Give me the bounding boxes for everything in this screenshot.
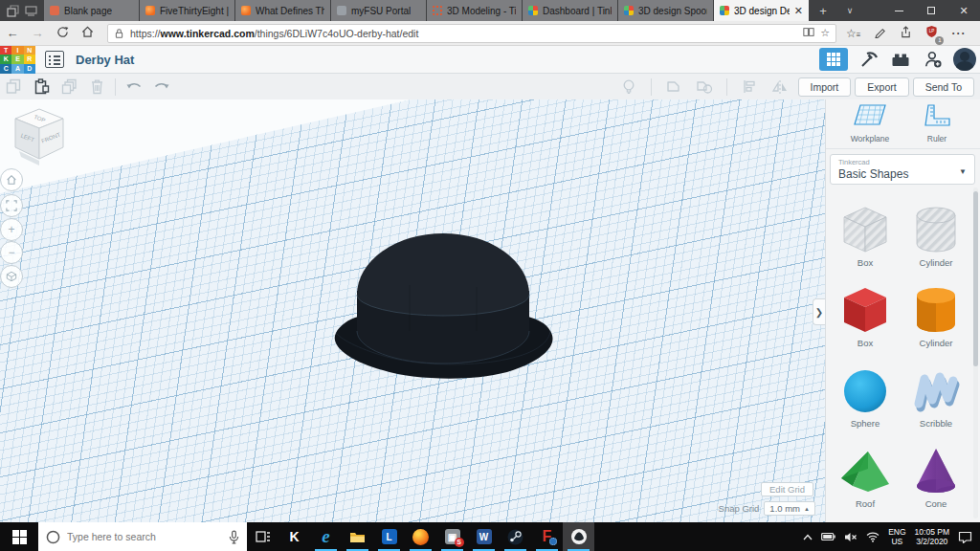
share-icon[interactable] bbox=[900, 26, 912, 41]
back-button[interactable]: ← bbox=[0, 26, 25, 40]
shape-label: Box bbox=[858, 257, 873, 268]
firefox-button[interactable] bbox=[405, 522, 436, 551]
app-k-button[interactable]: K bbox=[278, 522, 310, 551]
volume-muted-icon[interactable] bbox=[844, 532, 858, 542]
3d-viewport[interactable]: TOP LEFT FRONT + − bbox=[0, 99, 825, 522]
tab-list-chevron-icon[interactable]: ∨ bbox=[836, 0, 863, 21]
shape-library-dropdown[interactable]: Tinkercad Basic Shapes ▼ bbox=[830, 154, 975, 185]
mirror-flip-icon[interactable] bbox=[767, 79, 794, 95]
web-note-pen-icon[interactable] bbox=[874, 26, 886, 41]
lastpass-extension-icon[interactable]: LP 1 bbox=[925, 25, 938, 41]
panel-collapse-handle[interactable]: ❯ bbox=[813, 298, 825, 325]
workplane-tool[interactable]: Workplane bbox=[839, 103, 901, 143]
taskbar-search-box[interactable] bbox=[38, 522, 247, 551]
zoom-in-button[interactable]: + bbox=[0, 218, 23, 241]
clock[interactable]: 10:05 PM 3/2/2020 bbox=[915, 527, 949, 546]
fit-view-button[interactable] bbox=[0, 194, 23, 217]
workspaces-grid-button[interactable] bbox=[819, 48, 848, 71]
export-button[interactable]: Export bbox=[855, 77, 908, 97]
home-button[interactable] bbox=[75, 26, 100, 41]
forward-button[interactable]: → bbox=[25, 26, 50, 40]
new-tab-button[interactable]: + bbox=[810, 0, 836, 21]
more-options-icon[interactable]: ··· bbox=[951, 27, 966, 40]
steam-button[interactable] bbox=[500, 522, 531, 551]
user-avatar[interactable] bbox=[953, 48, 976, 71]
microphone-icon[interactable] bbox=[229, 530, 239, 544]
add-user-icon[interactable] bbox=[921, 48, 946, 71]
app-s-button[interactable]: ▣ S bbox=[436, 522, 468, 551]
close-button[interactable]: ✕ bbox=[947, 0, 980, 21]
tinkercad-logo[interactable]: TINKERCAD bbox=[0, 46, 35, 74]
group-icon[interactable] bbox=[659, 78, 687, 95]
favorite-star-icon[interactable]: ☆ bbox=[820, 27, 830, 39]
reading-view-icon[interactable] bbox=[803, 27, 814, 39]
tab-3d-design-spoon[interactable]: 3D design Spoon | bbox=[618, 0, 713, 21]
minimize-button[interactable] bbox=[882, 0, 915, 21]
shape-roof[interactable]: Roof bbox=[832, 432, 899, 511]
redo-icon[interactable] bbox=[147, 80, 175, 94]
shape-sphere[interactable]: Sphere bbox=[832, 352, 899, 430]
url-field[interactable]: https://www.tinkercad.com/things/6DLiW7c… bbox=[107, 24, 836, 43]
toolbar-separator bbox=[115, 78, 116, 96]
perspective-toggle-button[interactable] bbox=[0, 265, 23, 288]
edit-grid-button[interactable]: Edit Grid bbox=[761, 482, 813, 496]
shape-box-hole[interactable]: Box bbox=[832, 191, 899, 270]
battery-icon[interactable] bbox=[821, 532, 835, 541]
tab-myfsu-portal[interactable]: myFSU Portal bbox=[331, 0, 426, 21]
app-f-button[interactable]: F bbox=[531, 522, 563, 551]
scrollbar-thumb[interactable] bbox=[973, 191, 978, 366]
shape-cylinder-hole[interactable]: Cylinder bbox=[902, 191, 969, 270]
panel-scrollbar[interactable] bbox=[973, 187, 978, 518]
tab-blank-page[interactable]: Blank page bbox=[44, 0, 139, 21]
ruler-tool[interactable]: Ruler bbox=[906, 103, 968, 143]
show-all-lightbulb-icon[interactable] bbox=[615, 78, 643, 96]
refresh-button[interactable] bbox=[50, 26, 75, 41]
tab-3d-modeling[interactable]: 3D Modeling - Tink bbox=[427, 0, 522, 21]
task-view-button[interactable] bbox=[247, 522, 278, 551]
search-input[interactable] bbox=[67, 531, 222, 542]
tab-favicon bbox=[433, 6, 442, 15]
derby-hat-model[interactable] bbox=[323, 218, 563, 398]
send-to-button[interactable]: Send To bbox=[913, 77, 974, 97]
copy-icon[interactable] bbox=[0, 78, 28, 95]
ungroup-icon[interactable] bbox=[691, 78, 719, 95]
shape-scribble[interactable]: Scribble bbox=[902, 352, 969, 430]
shape-cylinder[interactable]: Cylinder bbox=[902, 272, 969, 350]
action-center-icon[interactable] bbox=[958, 531, 972, 543]
shape-cone[interactable]: Cone bbox=[902, 432, 969, 511]
tab-close-icon[interactable]: ✕ bbox=[794, 5, 803, 17]
paste-icon[interactable] bbox=[28, 78, 56, 95]
brick-library-icon[interactable] bbox=[888, 48, 913, 71]
design-properties-icon[interactable] bbox=[45, 51, 64, 68]
zoom-out-button[interactable]: − bbox=[0, 241, 23, 264]
set-tabs-aside-icon[interactable] bbox=[7, 5, 19, 17]
tab-fivethirtyeight[interactable]: FiveThirtyEight | Na bbox=[140, 0, 234, 21]
delete-icon[interactable] bbox=[83, 78, 111, 95]
tab-what-defines[interactable]: What Defines The S bbox=[235, 0, 330, 21]
tab-dashboard-tinkercad[interactable]: Dashboard | Tinker bbox=[523, 0, 617, 21]
wifi-icon[interactable] bbox=[866, 532, 880, 542]
snap-grid-select[interactable]: 1.0 mm▲ bbox=[764, 501, 815, 516]
tab-3d-design-derby-active[interactable]: 3D design Derb✕ bbox=[714, 0, 809, 21]
folder-icon bbox=[349, 530, 366, 543]
maximize-button[interactable] bbox=[915, 0, 947, 21]
view-cube[interactable]: TOP LEFT FRONT bbox=[11, 105, 67, 166]
file-explorer-button[interactable] bbox=[342, 522, 373, 551]
shape-box[interactable]: Box bbox=[832, 272, 899, 350]
language-indicator[interactable]: ENG US bbox=[888, 527, 905, 546]
hub-favorites-icon[interactable]: ☆≡ bbox=[846, 27, 860, 40]
tray-expand-chevron-icon[interactable] bbox=[803, 534, 813, 540]
import-button[interactable]: Import bbox=[798, 77, 852, 97]
tab-preview-icon[interactable] bbox=[25, 5, 37, 17]
duplicate-icon[interactable] bbox=[56, 78, 83, 95]
home-view-button[interactable] bbox=[0, 168, 23, 191]
align-icon[interactable] bbox=[735, 78, 763, 95]
tinker-pickaxe-icon[interactable] bbox=[856, 48, 880, 71]
edge-browser-button[interactable]: e bbox=[310, 522, 342, 551]
active-app-button[interactable] bbox=[563, 522, 594, 551]
word-button[interactable]: W bbox=[468, 522, 500, 551]
roof-green-icon bbox=[839, 448, 891, 496]
app-l-button[interactable]: L bbox=[373, 522, 405, 551]
undo-icon[interactable] bbox=[120, 80, 147, 94]
start-button[interactable] bbox=[0, 522, 38, 551]
